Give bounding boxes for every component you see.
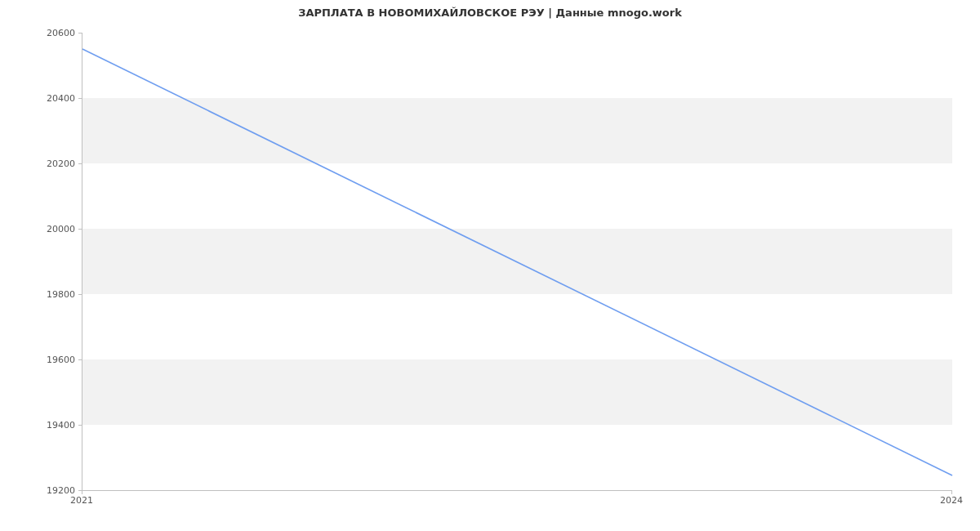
chart-line: [82, 33, 952, 490]
x-tick-mark: [951, 491, 952, 494]
x-tick-label: 2024: [940, 495, 963, 506]
x-tick-label: 2021: [70, 495, 93, 506]
y-tick-label: 19400: [10, 420, 75, 431]
y-tick-label: 20400: [10, 93, 75, 104]
y-tick-label: 20600: [10, 28, 75, 38]
plot-area: [82, 33, 952, 491]
chart-title: ЗАРПЛАТА В НОВОМИХАЙЛОВСКОЕ РЭУ | Данные…: [0, 7, 980, 19]
y-tick-label: 19200: [10, 485, 75, 496]
y-tick-label: 20000: [10, 224, 75, 234]
y-tick-label: 19600: [10, 355, 75, 365]
y-tick-label: 20200: [10, 158, 75, 169]
chart-container: ЗАРПЛАТА В НОВОМИХАЙЛОВСКОЕ РЭУ | Данные…: [0, 0, 980, 531]
x-tick-mark: [82, 491, 82, 494]
y-tick-label: 19800: [10, 289, 75, 300]
